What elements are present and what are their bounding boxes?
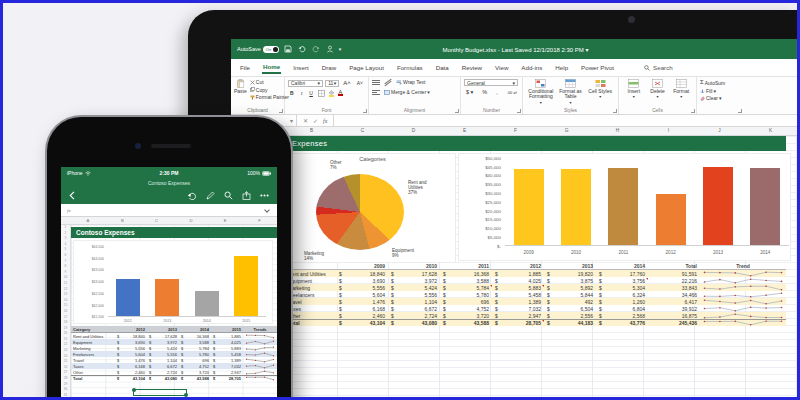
- cell-value[interactable]: $17,628: [388, 271, 440, 277]
- cell-value[interactable]: $5,556: [388, 292, 440, 298]
- phone-table-row[interactable]: Equipment$3,690$3,972$3,588$4,025: [71, 339, 277, 345]
- cell-value[interactable]: $5,424: [388, 285, 440, 291]
- phone-column-header-F[interactable]: F: [243, 218, 277, 223]
- cell-value[interactable]: $17,760: [596, 271, 648, 277]
- phone-row-headers[interactable]: 1234567891011121314151617181920212223242…: [61, 225, 71, 400]
- cell-value[interactable]: $5,604: [336, 292, 388, 298]
- more-icon[interactable]: [260, 194, 269, 197]
- worksheet-grid[interactable]: Expenses Categories Other 7% Rent and Ut…: [231, 136, 800, 400]
- phone-cell-value[interactable]: $2,724: [147, 370, 179, 375]
- phone-cell-value[interactable]: $3,690: [115, 340, 147, 345]
- cell-value[interactable]: $6,168: [336, 306, 388, 312]
- cell-value[interactable]: $2,460: [336, 313, 388, 319]
- selection-range[interactable]: [133, 389, 187, 396]
- phone-cell-value[interactable]: $5,458: [211, 352, 243, 357]
- cell-value[interactable]: $43,104: [336, 320, 388, 326]
- column-header-I[interactable]: I: [643, 128, 694, 133]
- delete-cells-button[interactable]: Delete▾: [646, 79, 670, 99]
- column-header-B[interactable]: B: [286, 128, 337, 133]
- paste-button[interactable]: Paste: [234, 79, 247, 101]
- tab-power-pivot[interactable]: Power Pivot: [580, 62, 615, 73]
- align-top-icon[interactable]: [372, 79, 380, 86]
- cell-value[interactable]: $2,568: [596, 313, 648, 319]
- cell-value[interactable]: $4,025: [492, 278, 544, 284]
- table-row[interactable]: Equipment$3,690$3,972$3,588$4,025$3,875$…: [286, 277, 786, 284]
- column-header-L[interactable]: L: [796, 128, 800, 133]
- phone-expenses-table[interactable]: Category2012201320142015TrendsRent and U…: [71, 326, 277, 381]
- column-header-J[interactable]: J: [694, 128, 745, 133]
- autosum-button[interactable]: ΣAutoSum: [700, 79, 740, 87]
- cell-total[interactable]: 16,875: [648, 313, 700, 319]
- font-name-select[interactable]: Calibri▾: [288, 80, 323, 87]
- save-icon[interactable]: [283, 43, 293, 55]
- orientation-icon[interactable]: [384, 80, 392, 85]
- cell-value[interactable]: $6,804: [596, 306, 648, 312]
- expand-chevron-icon[interactable]: [264, 207, 270, 213]
- ink-pen-icon[interactable]: [206, 191, 215, 200]
- fill-button[interactable]: Fill▾: [700, 88, 740, 95]
- insert-cells-button[interactable]: Insert▾: [622, 79, 646, 99]
- phone-table-row[interactable]: Marketing$5,556$5,424$5,784$5,883: [71, 345, 277, 351]
- phone-column-header-C[interactable]: C: [140, 218, 174, 223]
- cell-value[interactable]: $5,784: [440, 285, 492, 291]
- phone-cell-value[interactable]: $17,628: [147, 334, 179, 339]
- cell-value[interactable]: $3,588: [440, 278, 492, 284]
- table-row[interactable]: Rent and Utilities$18,840$17,628$16,368$…: [286, 270, 786, 277]
- cell-total[interactable]: 39,912: [648, 306, 700, 312]
- phone-formula-bar[interactable]: fx: [61, 204, 277, 217]
- cell-value[interactable]: $6,672: [388, 306, 440, 312]
- table-row[interactable]: Total$43,104$43,080$43,588$28,705$44,183…: [286, 319, 786, 326]
- tab-add-ins[interactable]: Add-ins: [520, 62, 543, 73]
- phone-cell-value[interactable]: $2,460: [115, 370, 147, 375]
- quickaccess-caret-icon[interactable]: ▾: [339, 46, 342, 52]
- tab-data[interactable]: Data: [435, 62, 450, 73]
- tab-draw[interactable]: Draw: [321, 62, 337, 73]
- underline-button[interactable]: U: [307, 89, 315, 97]
- font-size-select[interactable]: 11▾: [325, 80, 339, 87]
- cell-value[interactable]: $2,556: [544, 313, 596, 319]
- cell-total[interactable]: 91,591: [648, 271, 700, 277]
- phone-cell-value[interactable]: $18,840: [115, 334, 147, 339]
- accounting-format-button[interactable]: $ ▾: [464, 88, 475, 96]
- share-icon[interactable]: [242, 191, 251, 200]
- cell-value[interactable]: $1,104: [388, 299, 440, 305]
- tab-review[interactable]: Review: [461, 62, 483, 73]
- phone-cell-value[interactable]: $3,972: [147, 340, 179, 345]
- cell-value[interactable]: $43,080: [388, 320, 440, 326]
- phone-column-header-D[interactable]: D: [174, 218, 208, 223]
- insert-function-icon[interactable]: fx: [323, 118, 327, 124]
- cell-value[interactable]: $1,260: [596, 299, 648, 305]
- back-icon[interactable]: [69, 191, 75, 200]
- phone-cell-value[interactable]: $3,720: [179, 370, 211, 375]
- bar-chart[interactable]: $50,000$45,000$40,000$35,000$30,000$25,0…: [458, 153, 791, 261]
- cell-value[interactable]: $28,705: [492, 320, 544, 326]
- cell-value[interactable]: $696: [440, 299, 492, 305]
- pie-chart[interactable]: Categories Other 7% Rent and Utilities 3…: [289, 153, 456, 263]
- phone-cell-value[interactable]: $5,784: [179, 346, 211, 351]
- ribbon-search[interactable]: Search: [644, 64, 673, 71]
- tab-file[interactable]: File: [239, 62, 251, 73]
- cell-total[interactable]: 34,466: [648, 292, 700, 298]
- cell-value[interactable]: $6,324: [596, 292, 648, 298]
- column-header-H[interactable]: H: [592, 128, 643, 133]
- tab-formulas[interactable]: Formulas: [396, 62, 424, 73]
- phone-cell-value[interactable]: $1,104: [147, 358, 179, 363]
- phone-cell-value[interactable]: $1,476: [115, 358, 147, 363]
- decimal-buttons[interactable]: .00 ⇄: [505, 89, 519, 96]
- cell-value[interactable]: $7,032: [492, 306, 544, 312]
- phone-cell-value[interactable]: $28,705: [211, 376, 243, 381]
- phone-cell-value[interactable]: $43,588: [179, 376, 211, 381]
- column-header-F[interactable]: F: [490, 128, 541, 133]
- cell-value[interactable]: $1,389: [492, 299, 544, 305]
- phone-column-headers[interactable]: ABCDEF: [61, 217, 277, 225]
- tab-home[interactable]: Home: [262, 61, 281, 74]
- redo-icon[interactable]: [311, 43, 321, 55]
- undo-icon[interactable]: [297, 43, 307, 55]
- phone-cell-value[interactable]: $5,604: [115, 352, 147, 357]
- cell-value[interactable]: $43,776: [596, 320, 648, 326]
- phone-worksheet[interactable]: 1234567891011121314151617181920212223242…: [61, 225, 277, 400]
- phone-table-row[interactable]: Taxes$6,168$6,672$4,752$7,032: [71, 363, 277, 369]
- column-header-E[interactable]: E: [439, 128, 490, 133]
- cell-value[interactable]: $3,972: [388, 278, 440, 284]
- table-row[interactable]: Travel$1,476$1,104$696$1,389$492$1,2606,…: [286, 298, 786, 305]
